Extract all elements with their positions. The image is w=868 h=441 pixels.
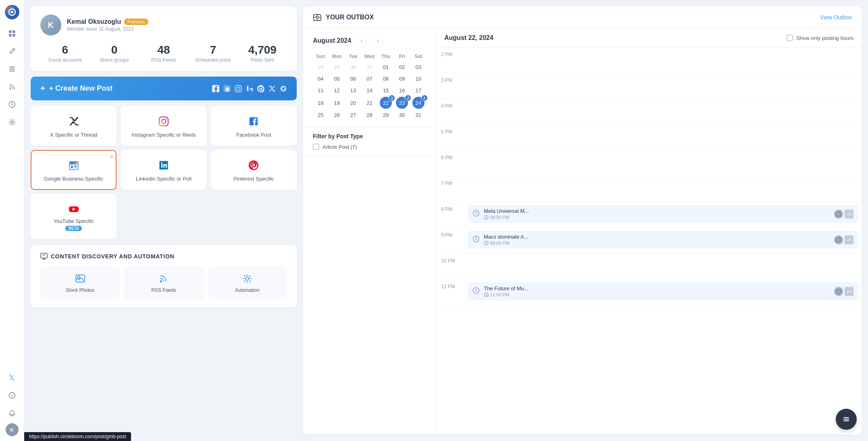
user-avatar-sidebar[interactable]: K bbox=[6, 423, 19, 436]
sidebar-clock-icon[interactable] bbox=[4, 97, 20, 112]
post-type-linkedin[interactable]: Linkedin Specific or Poll bbox=[121, 150, 206, 190]
profile-info: Kemal Oksuzoglu Premium Member since 31 … bbox=[67, 18, 148, 32]
sidebar-settings-icon[interactable] bbox=[4, 114, 20, 130]
timeline-scroll[interactable]: 2 PM 3 PM 4 PM 5 PM bbox=[436, 48, 862, 435]
svg-rect-26 bbox=[75, 166, 77, 167]
cal-day[interactable]: 31 bbox=[411, 110, 426, 121]
cal-day-24-wrap[interactable]: 24 2 bbox=[411, 97, 426, 109]
cal-day[interactable]: 20 bbox=[346, 97, 361, 109]
cal-day[interactable]: 28 bbox=[313, 62, 328, 73]
bell-sidebar-icon[interactable] bbox=[4, 406, 20, 421]
cal-day[interactable]: 06 bbox=[346, 73, 361, 84]
content-discovery-title: CONTENT DISCOVERY AND AUTOMATION bbox=[40, 253, 287, 260]
sidebar-rss-icon[interactable] bbox=[4, 79, 20, 94]
schedule-date-title: August 22, 2024 bbox=[444, 34, 493, 42]
svg-rect-17 bbox=[235, 85, 241, 92]
cal-header-thu: Thu bbox=[378, 52, 393, 61]
view-outbox-link[interactable]: View Outbox bbox=[820, 14, 852, 21]
time-label-10pm: 10 PM bbox=[436, 254, 464, 279]
timeline-content-11pm: The Future of Mu... 11:00 PM K bbox=[464, 280, 862, 305]
calendar-next-button[interactable]: › bbox=[372, 35, 383, 46]
post-type-youtube[interactable]: YouTube Specific BETA bbox=[31, 194, 117, 239]
cal-day[interactable]: 16 bbox=[394, 85, 410, 96]
timeline-row-7pm: 7 PM bbox=[436, 177, 862, 202]
sidebar-bottom: 𝕏 i K bbox=[4, 370, 20, 436]
cal-day[interactable]: 04 bbox=[313, 73, 328, 84]
cal-day[interactable]: 09 bbox=[394, 73, 410, 84]
cal-day[interactable]: 29 bbox=[378, 110, 393, 121]
cal-day[interactable]: 03 bbox=[411, 62, 426, 73]
cal-day[interactable]: 19 bbox=[329, 97, 344, 109]
cal-day-23-wrap[interactable]: 23 2 bbox=[394, 97, 410, 109]
post-type-facebook[interactable]: Facebook Post bbox=[211, 106, 297, 146]
discovery-stock-photos[interactable]: Stock Photos bbox=[40, 266, 120, 300]
sidebar-grid-icon[interactable] bbox=[4, 26, 20, 41]
post-card-macs-dominate[interactable]: Macs dominate A... 09:00 PM K bbox=[468, 231, 858, 249]
sidebar-list-icon[interactable] bbox=[4, 61, 20, 77]
cal-day[interactable]: 30 bbox=[394, 110, 410, 121]
cal-day[interactable]: 08 bbox=[378, 73, 393, 84]
cal-day-22-wrap[interactable]: 22 3 bbox=[378, 97, 393, 109]
cal-day[interactable]: 14 bbox=[362, 85, 377, 96]
create-post-button[interactable]: + + Create New Post ▦ bbox=[31, 77, 297, 100]
cal-day[interactable]: 13 bbox=[346, 85, 361, 96]
post-type-pinterest[interactable]: Pinterest Specific bbox=[211, 150, 297, 190]
cal-day[interactable]: 17 bbox=[411, 85, 426, 96]
svg-rect-7 bbox=[9, 67, 15, 68]
create-post-label: + Create New Post bbox=[49, 84, 113, 93]
cal-day[interactable]: 25 bbox=[313, 110, 328, 121]
sidebar-edit-icon[interactable] bbox=[4, 44, 20, 59]
posting-hours-checkbox[interactable] bbox=[787, 35, 793, 41]
cal-day[interactable]: 11 bbox=[313, 85, 328, 96]
cal-day[interactable]: 21 bbox=[362, 97, 377, 109]
post-type-instagram[interactable]: Instagram Specific or Reels bbox=[121, 106, 206, 146]
svg-text:i: i bbox=[11, 393, 12, 398]
cal-day[interactable]: 26 bbox=[329, 110, 344, 121]
svg-point-10 bbox=[9, 88, 11, 89]
posting-hours-toggle[interactable]: Show only posting hours bbox=[787, 35, 853, 41]
cal-day[interactable]: 05 bbox=[329, 73, 344, 84]
svg-rect-4 bbox=[12, 30, 15, 33]
main-content: K Kemal Oksuzoglu Premium Member since 3… bbox=[24, 0, 868, 441]
post-card-future-mu[interactable]: The Future of Mu... 11:00 PM K bbox=[468, 282, 858, 300]
cal-day[interactable]: 31 bbox=[362, 62, 377, 73]
outbox-title-text: YOUR OUTBOX bbox=[326, 14, 374, 21]
discovery-grid: Stock Photos RSS Feeds Automation bbox=[40, 266, 287, 300]
svg-point-2 bbox=[11, 11, 13, 13]
cal-day[interactable]: 10 bbox=[411, 73, 426, 84]
calendar-prev-button[interactable]: ‹ bbox=[356, 35, 367, 46]
discovery-automation[interactable]: Automation bbox=[208, 266, 287, 300]
article-post-checkbox[interactable] bbox=[313, 144, 319, 150]
cal-day[interactable]: 07 bbox=[362, 73, 377, 84]
cal-day[interactable]: 28 bbox=[362, 110, 377, 121]
right-panel: YOUR OUTBOX View Outbox August 2024 ‹ › … bbox=[303, 6, 862, 435]
app-logo[interactable] bbox=[5, 5, 19, 19]
linkedin-icon bbox=[156, 158, 171, 173]
cal-day[interactable]: 15 bbox=[378, 85, 393, 96]
post-card-meta-universal[interactable]: Meta Universal M... 08:00 PM K bbox=[468, 205, 858, 223]
discovery-rss-feeds[interactable]: RSS Feeds bbox=[124, 266, 203, 300]
cal-day[interactable]: 18 bbox=[313, 97, 328, 109]
time-label-8pm: 8 PM bbox=[436, 202, 464, 228]
profile-name: Kemal Oksuzoglu Premium bbox=[67, 18, 148, 25]
filter-article-post[interactable]: Article Post (7) bbox=[313, 144, 426, 150]
cal-day[interactable]: 12 bbox=[329, 85, 344, 96]
cal-day[interactable]: 02 bbox=[394, 62, 410, 73]
post-type-google-business[interactable]: + Google Business Specific bbox=[31, 150, 117, 190]
twitter-sidebar-icon[interactable]: 𝕏 bbox=[4, 370, 20, 385]
cal-day[interactable]: 30 bbox=[346, 62, 361, 73]
fab-menu-button[interactable] bbox=[836, 409, 857, 430]
post-card-time-2: 09:00 PM bbox=[484, 241, 830, 245]
time-label-9pm: 9 PM bbox=[436, 228, 464, 254]
post-type-x[interactable]: X Specific or Thread bbox=[31, 106, 117, 146]
svg-point-27 bbox=[75, 162, 78, 164]
cal-day[interactable]: 27 bbox=[346, 110, 361, 121]
timeline-row-11pm: 11 PM The Future of Mu... bbox=[436, 280, 862, 306]
cal-day[interactable]: 01 bbox=[378, 62, 393, 73]
instagram-specific-label: Instagram Specific or Reels bbox=[132, 132, 196, 138]
filter-title: Filter by Post Type bbox=[313, 133, 426, 139]
info-sidebar-icon[interactable]: i bbox=[4, 388, 20, 403]
cal-header-mon: Mon bbox=[329, 52, 344, 61]
svg-rect-9 bbox=[9, 71, 15, 72]
cal-day[interactable]: 29 bbox=[329, 62, 344, 73]
